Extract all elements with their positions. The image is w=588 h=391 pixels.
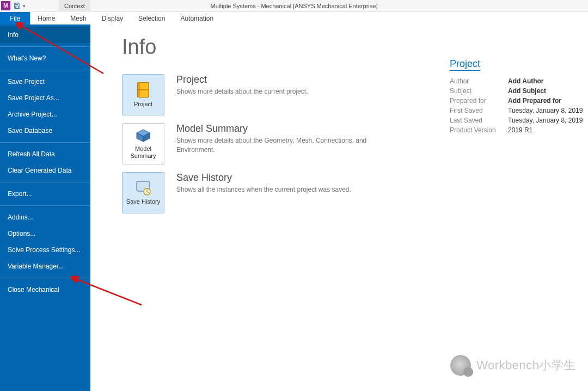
project-detail-value[interactable]: Add Prepared for	[508, 97, 561, 105]
file-menu-item[interactable]: Clear Generated Data	[0, 162, 90, 179]
project-detail-value: Tuesday, January 8, 2019	[508, 107, 583, 114]
tile-label: Save History	[126, 198, 160, 205]
file-menu-item[interactable]: Variable Manager...	[0, 258, 90, 274]
project-detail-row: SubjectAdd Subject	[450, 86, 583, 96]
tile-label: Model Summary	[122, 145, 164, 160]
info-text: Model SummaryShows more details about th…	[176, 123, 405, 155]
page-title: Info	[122, 35, 571, 59]
separator	[0, 182, 90, 182]
project-details-panel: Project AuthorAdd AuthorSubjectAdd Subje…	[450, 58, 583, 135]
info-description: Shows more details about the current pro…	[176, 87, 308, 96]
save-icon[interactable]	[13, 2, 21, 10]
separator	[0, 205, 90, 206]
file-menu-item[interactable]: What's New?	[0, 50, 90, 66]
project-detail-row: Prepared forAdd Prepared for	[450, 96, 583, 106]
ribbon-tab-file[interactable]: File	[0, 12, 30, 25]
info-heading: Save History	[176, 172, 351, 184]
project-detail-key: Author	[450, 77, 508, 85]
info-heading: Project	[176, 74, 308, 85]
info-description: Shows more details about the Geometry, M…	[176, 136, 405, 155]
ribbon-tab-mesh[interactable]: Mesh	[63, 12, 94, 25]
info-tile-project[interactable]: Project	[122, 74, 164, 115]
project-detail-row: First SavedTuesday, January 8, 2019	[450, 106, 583, 115]
info-description: Shows all the instances when the current…	[176, 185, 351, 194]
project-detail-key: Last Saved	[450, 117, 508, 124]
separator	[0, 278, 90, 278]
project-detail-row: AuthorAdd Author	[450, 76, 583, 86]
project-detail-key: First Saved	[450, 107, 508, 114]
qat-dropdown-icon[interactable]: ▾	[23, 3, 26, 9]
info-tile-history[interactable]: Save History	[122, 172, 164, 213]
project-detail-key: Subject	[450, 87, 508, 95]
tile-label: Project	[134, 101, 152, 108]
info-text: ProjectShows more details about the curr…	[176, 74, 308, 96]
file-menu-item[interactable]: Info	[0, 27, 90, 43]
info-text: Save HistoryShows all the instances when…	[176, 172, 351, 194]
project-detail-value: Tuesday, January 8, 2019	[508, 117, 583, 124]
info-page: Info ProjectProjectShows more details ab…	[90, 25, 588, 391]
file-menu-item[interactable]: Options...	[0, 225, 90, 242]
project-detail-value[interactable]: Add Subject	[508, 87, 546, 95]
app-icon: M	[1, 1, 10, 10]
file-menu-item[interactable]: Save Project As...	[0, 90, 90, 106]
watermark-icon	[450, 355, 471, 376]
context-tab-label: Context	[59, 0, 90, 12]
project-details-heading: Project	[450, 58, 480, 71]
watermark: Workbench小学生	[450, 355, 576, 376]
project-detail-value: 2019 R1	[508, 126, 532, 134]
separator	[0, 46, 90, 47]
ribbon-tab-home[interactable]: Home	[30, 12, 63, 25]
info-heading: Model Summary	[176, 123, 405, 135]
file-menu-item[interactable]: Archive Project...	[0, 106, 90, 123]
project-detail-row: Product Version2019 R1	[450, 125, 583, 135]
file-menu-item[interactable]: Save Database	[0, 123, 90, 139]
ribbon-tab-selection[interactable]: Selection	[131, 12, 173, 25]
project-detail-row: Last SavedTuesday, January 8, 2019	[450, 115, 583, 125]
separator	[0, 70, 90, 70]
project-detail-key: Product Version	[450, 126, 508, 134]
watermark-text: Workbench小学生	[476, 357, 576, 374]
file-menu-item[interactable]: Save Project	[0, 74, 90, 90]
file-menu-item[interactable]: Refresh All Data	[0, 146, 90, 162]
project-detail-value[interactable]: Add Author	[508, 77, 544, 85]
ribbon-tab-display[interactable]: Display	[94, 12, 131, 25]
file-menu-item[interactable]: Solve Process Settings...	[0, 242, 90, 258]
file-menu-item[interactable]: Export...	[0, 186, 90, 202]
info-tile-model[interactable]: Model Summary	[122, 123, 164, 164]
file-menu-item[interactable]: Close Mechanical	[0, 282, 90, 298]
file-menu-sidebar: InfoWhat's New?Save ProjectSave Project …	[0, 25, 90, 391]
file-menu-item[interactable]: Addins...	[0, 209, 90, 225]
project-detail-key: Prepared for	[450, 97, 508, 105]
ribbon-tab-automation[interactable]: Automation	[173, 12, 221, 25]
separator	[0, 142, 90, 143]
ribbon-tabs: FileHomeMeshDisplaySelectionAutomation	[0, 12, 588, 25]
info-row: Save HistorySave HistoryShows all the in…	[122, 172, 571, 213]
